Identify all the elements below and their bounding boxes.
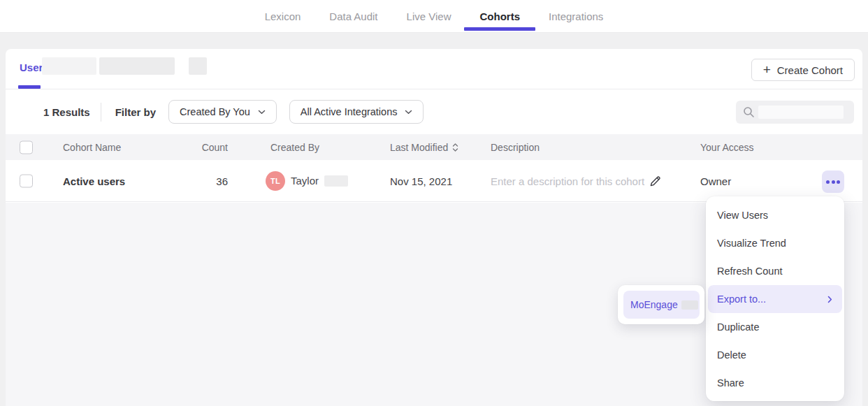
kebab-dot-icon xyxy=(832,180,835,184)
header-description[interactable]: Description xyxy=(491,142,540,153)
last-modified-date: Nov 15, 2021 xyxy=(390,175,452,187)
export-submenu: MoEngage xyxy=(618,285,704,324)
redacted-tab xyxy=(99,57,175,75)
plus-icon: + xyxy=(763,63,771,76)
select-all-checkbox[interactable] xyxy=(20,140,33,154)
chevron-down-icon xyxy=(405,110,412,115)
search-input[interactable] xyxy=(736,101,854,124)
menu-item-share[interactable]: Share xyxy=(706,369,844,397)
cohort-name[interactable]: Active users xyxy=(63,175,125,187)
integrations-dropdown-label: All Active Integrations xyxy=(301,106,398,117)
pencil-icon xyxy=(649,175,662,188)
row-actions-menu: View Users Visualize Trend Refresh Count… xyxy=(706,196,844,401)
results-count: 1 Results xyxy=(43,106,90,118)
menu-item-visualize-trend[interactable]: Visualize Trend xyxy=(706,229,844,257)
cohorts-page: Lexicon Data Audit Live View Cohorts Int… xyxy=(0,0,868,406)
top-nav: Lexicon Data Audit Live View Cohorts Int… xyxy=(0,0,868,33)
edit-description-button[interactable] xyxy=(649,175,662,190)
created-by-dropdown[interactable]: Created By You xyxy=(168,100,277,124)
active-tab-underline xyxy=(18,85,41,89)
chevron-right-icon xyxy=(827,296,832,303)
chevron-down-icon xyxy=(258,110,266,115)
filter-by-label: Filter by xyxy=(115,106,156,118)
menu-item-duplicate[interactable]: Duplicate xyxy=(706,313,844,341)
tab-live-view[interactable]: Live View xyxy=(405,0,453,32)
row-actions-menu-button[interactable] xyxy=(822,171,844,193)
submenu-item-moengage-label: MoEngage xyxy=(630,299,678,310)
header-count[interactable]: Count xyxy=(161,142,228,153)
tab-cohorts[interactable]: Cohorts xyxy=(478,0,521,32)
redacted-submenu-text xyxy=(681,300,698,310)
description-input[interactable]: Enter a description for this cohort xyxy=(491,175,644,187)
created-by-cell: TL Taylor xyxy=(266,171,348,191)
kebab-dot-icon xyxy=(837,180,840,184)
redacted-tab xyxy=(42,57,96,75)
cohort-count: 36 xyxy=(161,175,228,187)
sort-icon[interactable] xyxy=(452,143,458,152)
redacted-creator-surname xyxy=(324,175,348,187)
menu-item-refresh-count[interactable]: Refresh Count xyxy=(706,257,844,285)
header-last-modified[interactable]: Last Modified xyxy=(390,142,458,153)
tab-lexicon[interactable]: Lexicon xyxy=(263,0,303,32)
table-header: Cohort Name Count Created By Last Modifi… xyxy=(6,134,862,160)
redacted-search-text xyxy=(758,106,844,119)
table-row[interactable]: Active users 36 TL Taylor Nov 15, 2021 E… xyxy=(6,160,862,202)
row-checkbox[interactable] xyxy=(20,174,33,187)
cohort-type-tabs: User + Create Cohort xyxy=(6,49,862,89)
create-cohort-button[interactable]: + Create Cohort xyxy=(751,59,855,81)
avatar: TL xyxy=(266,171,285,191)
creator-name: Taylor xyxy=(291,175,319,187)
menu-item-delete[interactable]: Delete xyxy=(706,341,844,369)
integrations-dropdown[interactable]: All Active Integrations xyxy=(289,100,424,124)
divider xyxy=(101,103,101,122)
kebab-dot-icon xyxy=(826,180,830,184)
tab-data-audit[interactable]: Data Audit xyxy=(328,0,379,32)
filter-bar: 1 Results Filter by Created By You All A… xyxy=(6,89,862,134)
header-last-modified-label: Last Modified xyxy=(390,142,448,153)
search-icon xyxy=(743,106,755,118)
tab-user[interactable]: User xyxy=(20,61,43,73)
header-created-by[interactable]: Created By xyxy=(270,142,319,153)
access-level: Owner xyxy=(700,175,731,187)
menu-item-view-users[interactable]: View Users xyxy=(706,201,844,229)
menu-item-export-to[interactable]: Export to... xyxy=(708,285,842,313)
tab-integrations[interactable]: Integrations xyxy=(547,0,605,32)
submenu-item-moengage[interactable]: MoEngage xyxy=(623,291,700,319)
create-cohort-label: Create Cohort xyxy=(777,64,843,76)
header-cohort-name[interactable]: Cohort Name xyxy=(63,142,121,153)
created-by-dropdown-label: Created By You xyxy=(180,106,250,117)
header-your-access[interactable]: Your Access xyxy=(700,142,754,153)
redacted-tab xyxy=(189,57,207,75)
menu-item-export-to-label: Export to... xyxy=(717,293,766,305)
